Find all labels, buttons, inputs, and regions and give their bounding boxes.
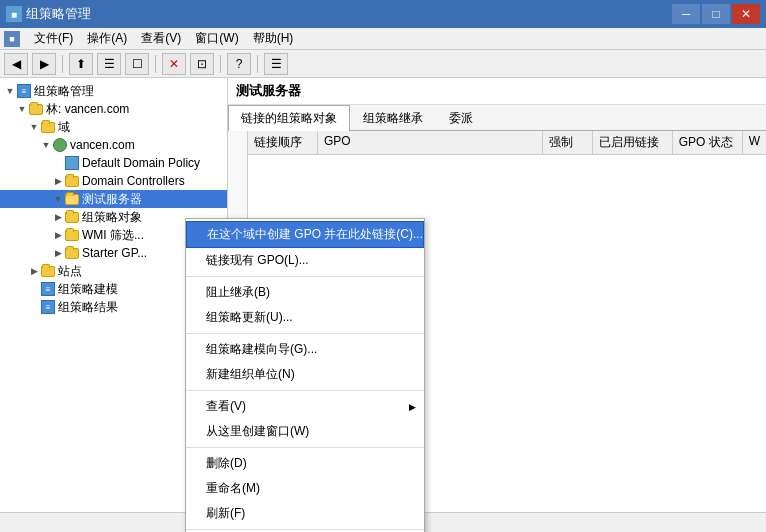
toggle-domain: ▼ <box>28 121 40 133</box>
col-order: 链接顺序 <box>248 131 318 154</box>
tree-label-default-policy: Default Domain Policy <box>82 156 200 170</box>
new-window-button[interactable]: ☐ <box>125 53 149 75</box>
col-enforce: 强制 <box>543 131 593 154</box>
tree-label-vancen: vancen.com <box>70 138 135 152</box>
toggle-test-server: ▼ <box>52 193 64 205</box>
menu-help[interactable]: 帮助(H) <box>247 28 300 49</box>
menu-bar: ■ 文件(F) 操作(A) 查看(V) 窗口(W) 帮助(H) <box>0 28 766 50</box>
up-button[interactable]: ⬆ <box>69 53 93 75</box>
tree-item-root[interactable]: ▼ 组策略管理 <box>0 82 227 100</box>
toolbar-sep-2 <box>155 55 156 73</box>
policy-icon-gpo-result <box>40 300 56 314</box>
folder-icon-gpo-obj <box>64 210 80 224</box>
menu-icons: ■ <box>4 31 20 47</box>
back-button[interactable]: ◀ <box>4 53 28 75</box>
folder-icon-forest <box>28 102 44 116</box>
ctx-view[interactable]: 查看(V) <box>186 394 424 419</box>
menu-file[interactable]: 文件(F) <box>28 28 79 49</box>
ctx-gpo-wizard[interactable]: 组策略建模向导(G)... <box>186 337 424 362</box>
close-button[interactable]: ✕ <box>732 4 760 24</box>
ctx-sep-3 <box>186 390 424 391</box>
folder-icon-starter-gpo <box>64 246 80 260</box>
tab-delegate[interactable]: 委派 <box>436 105 486 131</box>
ctx-sep-4 <box>186 447 424 448</box>
context-menu: 在这个域中创建 GPO 并在此处链接(C)... 链接现有 GPO(L)... … <box>185 218 425 532</box>
toggle-vancen: ▼ <box>40 139 52 151</box>
minimize-button[interactable]: ─ <box>672 4 700 24</box>
folder-icon-sites <box>40 264 56 278</box>
col-w: W <box>743 131 766 154</box>
toggle-dc: ▶ <box>52 175 64 187</box>
folder-icon-test-server <box>64 192 80 206</box>
menu-action[interactable]: 操作(A) <box>81 28 133 49</box>
folder-icon-wmi <box>64 228 80 242</box>
menu-view[interactable]: 查看(V) <box>135 28 187 49</box>
ctx-sep-2 <box>186 333 424 334</box>
toggle-sites: ▶ <box>28 265 40 277</box>
tabs-bar: 链接的组策略对象 组策略继承 委派 <box>228 105 766 131</box>
ctx-update-gpo[interactable]: 组策略更新(U)... <box>186 305 424 330</box>
toggle-wmi: ▶ <box>52 229 64 241</box>
help-button[interactable]: ? <box>227 53 251 75</box>
toggle-starter-gpo: ▶ <box>52 247 64 259</box>
ctx-rename[interactable]: 重命名(M) <box>186 476 424 501</box>
extra-button[interactable]: ☰ <box>264 53 288 75</box>
tree-item-vancen[interactable]: ▼ vancen.com <box>0 136 227 154</box>
policy-icon-gpo-model <box>40 282 56 296</box>
folder-icon-domain <box>40 120 56 134</box>
col-status: GPO 状态 <box>673 131 743 154</box>
tab-inherit[interactable]: 组策略继承 <box>350 105 436 131</box>
tree-label-gpo-model: 组策略建模 <box>58 281 118 298</box>
right-panel-title: 测试服务器 <box>228 78 766 105</box>
tab-linked[interactable]: 链接的组策略对象 <box>228 105 350 131</box>
forward-button[interactable]: ▶ <box>32 53 56 75</box>
tree-label-root: 组策略管理 <box>34 83 94 100</box>
ctx-open-from-here[interactable]: 从这里创建窗口(W) <box>186 419 424 444</box>
domain-icon-vancen <box>52 138 68 152</box>
window-title: 组策略管理 <box>26 5 91 23</box>
toggle-gpo-model <box>28 283 40 295</box>
ctx-sep-5 <box>186 529 424 530</box>
properties-button[interactable]: ⊡ <box>190 53 214 75</box>
toggle-default-policy <box>52 157 64 169</box>
tree-label-gpo-obj: 组策略对象 <box>82 209 142 226</box>
toggle-gpo-result <box>28 301 40 313</box>
app-icon: ■ <box>6 6 22 22</box>
menu-window[interactable]: 窗口(W) <box>189 28 244 49</box>
ctx-sep-1 <box>186 276 424 277</box>
title-bar-left: ■ 组策略管理 <box>6 5 91 23</box>
menu-app-icon: ■ <box>4 31 20 47</box>
tree-item-default-policy[interactable]: Default Domain Policy <box>0 154 227 172</box>
maximize-button[interactable]: □ <box>702 4 730 24</box>
tree-label-dc: Domain Controllers <box>82 174 185 188</box>
tree-label-sites: 站点 <box>58 263 82 280</box>
tree-label-wmi: WMI 筛选... <box>82 227 144 244</box>
tree-item-dc[interactable]: ▶ Domain Controllers <box>0 172 227 190</box>
policy-icon-root <box>16 84 32 98</box>
tree-label-forest: 林: vancen.com <box>46 101 129 118</box>
tree-item-test-server[interactable]: ▼ 测试服务器 <box>0 190 227 208</box>
ctx-delete[interactable]: 删除(D) <box>186 451 424 476</box>
ctx-new-ou[interactable]: 新建组织单位(N) <box>186 362 424 387</box>
gpo-icon-default <box>64 156 80 170</box>
tree-label-gpo-result: 组策略结果 <box>58 299 118 316</box>
toggle-root: ▼ <box>4 85 16 97</box>
tree-label-starter-gpo: Starter GP... <box>82 246 147 260</box>
toolbar-sep-1 <box>62 55 63 73</box>
col-gpo: GPO <box>318 131 543 154</box>
show-tree-button[interactable]: ☰ <box>97 53 121 75</box>
toggle-gpo-obj: ▶ <box>52 211 64 223</box>
delete-button[interactable]: ✕ <box>162 53 186 75</box>
table-header: 链接顺序 GPO 强制 已启用链接 GPO 状态 W <box>248 131 766 155</box>
ctx-block-inherit[interactable]: 阻止继承(B) <box>186 280 424 305</box>
title-bar: ■ 组策略管理 ─ □ ✕ <box>0 0 766 28</box>
folder-icon-dc <box>64 174 80 188</box>
tree-item-domain[interactable]: ▼ 域 <box>0 118 227 136</box>
ctx-refresh[interactable]: 刷新(F) <box>186 501 424 526</box>
tree-label-test-server: 测试服务器 <box>82 191 142 208</box>
tree-item-forest[interactable]: ▼ 林: vancen.com <box>0 100 227 118</box>
window-controls: ─ □ ✕ <box>672 4 760 24</box>
col-enabled: 已启用链接 <box>593 131 673 154</box>
ctx-link-gpo[interactable]: 链接现有 GPO(L)... <box>186 248 424 273</box>
ctx-create-gpo[interactable]: 在这个域中创建 GPO 并在此处链接(C)... <box>186 221 424 248</box>
